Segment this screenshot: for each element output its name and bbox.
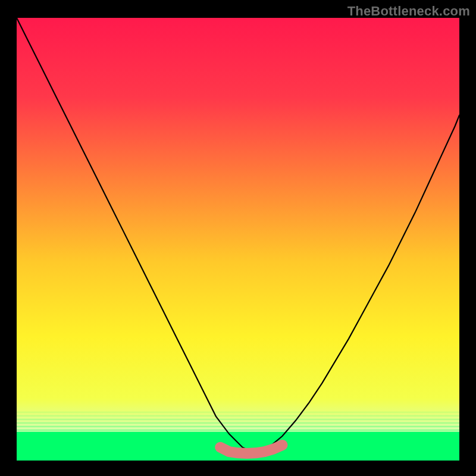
chart-canvas: TheBottleneck.com [0, 0, 476, 476]
svg-rect-1 [17, 430, 459, 431]
svg-rect-5 [17, 415, 459, 417]
plot-svg [17, 18, 459, 461]
gradient-background [17, 18, 459, 461]
svg-rect-4 [17, 419, 459, 421]
plot-area [17, 18, 459, 461]
svg-rect-2 [17, 426, 459, 428]
svg-rect-3 [17, 422, 459, 424]
svg-rect-6 [17, 412, 459, 414]
watermark-label: TheBottleneck.com [347, 4, 470, 19]
